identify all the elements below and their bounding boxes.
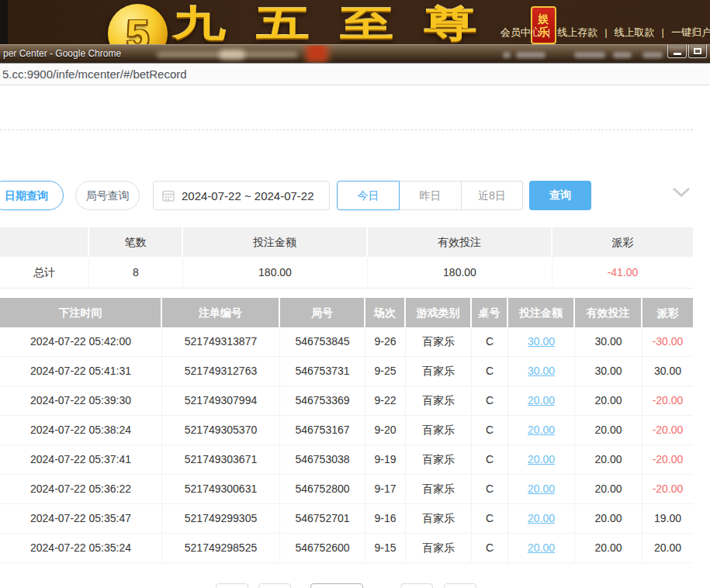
- summary-cell: 180.00: [183, 257, 368, 289]
- table-cell: 20.00: [642, 534, 693, 563]
- date-query-tab[interactable]: 日期查询: [0, 181, 64, 210]
- table-cell: 30.00: [642, 357, 693, 386]
- bet-header-cell: 局号: [280, 298, 365, 327]
- table-cell: 521749312763: [162, 357, 280, 386]
- table-cell: 9-17: [365, 475, 406, 504]
- table-cell: C: [472, 357, 508, 386]
- round-query-tab[interactable]: 局号查询: [75, 181, 140, 210]
- site-title: 九五至尊: [172, 8, 507, 39]
- table-cell: C: [472, 416, 508, 445]
- nav-separator: |: [599, 26, 612, 38]
- nav-separator: |: [656, 26, 670, 38]
- bet-header-cell: 注单编号: [162, 298, 280, 327]
- pagination-jump-input[interactable]: [444, 583, 476, 588]
- blurred-ornament: [219, 50, 245, 60]
- nav-one-click[interactable]: 一键归户: [670, 26, 710, 38]
- pagination-page-button[interactable]: [258, 583, 291, 588]
- table-cell: 2024-07-22 05:39:30: [0, 386, 162, 416]
- nav-deposit[interactable]: 线上存款: [556, 26, 599, 38]
- summary-header-cell: 笔数: [89, 227, 183, 257]
- table-cell: 百家乐: [406, 475, 472, 504]
- blurred-badge: [307, 44, 327, 62]
- bet-records-table: 下注时间 注单编号 局号 场次 游戏类别 桌号 投注金额 有效投注 派彩 202…: [0, 298, 693, 563]
- address-bar[interactable]: 5.cc:9900/infe/mcenter/#/betRecord: [0, 63, 710, 85]
- bet-amount-link[interactable]: 20.00: [508, 416, 575, 445]
- summary-header-row: 笔数 投注金额 有效投注 派彩: [0, 227, 693, 257]
- table-cell: 2024-07-22 05:41:31: [0, 357, 162, 386]
- table-cell: 2024-07-22 05:35:47: [0, 504, 162, 534]
- summary-table: 笔数 投注金额 有效投注 派彩 总计 8 180.00 180.00 -41.0…: [0, 227, 693, 289]
- table-cell: 521749303671: [162, 445, 280, 475]
- table-cell: 2024-07-22 05:38:24: [0, 416, 162, 445]
- table-cell: 9-20: [365, 416, 406, 445]
- window-titlebar[interactable]: per Center - Google Chrome: [0, 44, 710, 63]
- table-cell: C: [472, 504, 508, 534]
- bet-amount-link[interactable]: 20.00: [508, 475, 575, 504]
- table-cell: 521749313877: [162, 327, 280, 357]
- bet-header-cell: 投注金额: [508, 298, 575, 327]
- top-nav: 会员中心|线上存款|线上取款|一键归户: [499, 26, 710, 40]
- table-cell: C: [472, 445, 508, 475]
- bet-header-cell: 派彩: [642, 298, 693, 327]
- yesterday-button[interactable]: 昨日: [400, 181, 462, 210]
- table-cell: 521749298525: [162, 534, 280, 563]
- bet-amount-link[interactable]: 20.00: [508, 386, 575, 416]
- table-cell: -20.00: [642, 386, 693, 416]
- bet-amount-link[interactable]: 30.00: [508, 357, 575, 386]
- table-cell: 20.00: [575, 386, 642, 416]
- minimize-button[interactable]: [667, 45, 687, 58]
- table-cell: 2024-07-22 05:42:00: [0, 327, 162, 357]
- window-title: per Center - Google Chrome: [3, 48, 121, 59]
- table-cell: 546753038: [280, 445, 365, 475]
- maximize-icon: [694, 48, 701, 54]
- minimize-icon: [674, 53, 681, 55]
- quick-date-group: 今日 昨日 近8日: [337, 181, 523, 210]
- table-cell: 2024-07-22 05:35:24: [0, 534, 162, 563]
- calendar-icon: [162, 189, 175, 202]
- table-cell: 546753845: [280, 327, 365, 357]
- bet-amount-link[interactable]: 30.00: [508, 327, 575, 357]
- table-cell: C: [472, 327, 508, 357]
- table-row: 2024-07-22 05:35:47521749299305546752701…: [0, 504, 693, 534]
- blurred-text: [503, 52, 511, 58]
- near8days-button[interactable]: 近8日: [462, 181, 523, 210]
- table-cell: 9-16: [365, 504, 406, 534]
- table-cell: 521749299305: [162, 504, 280, 534]
- table-cell: 9-22: [365, 386, 406, 416]
- table-cell: 百家乐: [406, 504, 472, 534]
- nav-member-center[interactable]: 会员中心: [499, 26, 542, 38]
- table-cell: 百家乐: [406, 445, 472, 475]
- summary-header-cell: 投注金额: [183, 227, 368, 257]
- date-range-input[interactable]: 2024-07-22 ~ 2024-07-22: [153, 181, 330, 210]
- bet-header-row: 下注时间 注单编号 局号 场次 游戏类别 桌号 投注金额 有效投注 派彩: [0, 298, 693, 327]
- summary-header-cell: 派彩: [552, 227, 693, 257]
- bet-amount-link[interactable]: 20.00: [508, 534, 575, 563]
- table-cell: -20.00: [642, 445, 693, 475]
- maximize-button[interactable]: [688, 45, 707, 58]
- table-cell: 9-25: [365, 357, 406, 386]
- site-header: 5 九五至尊 娱 乐 会员中心|线上存款|线上取款|一键归户: [0, 0, 710, 44]
- today-button[interactable]: 今日: [337, 181, 400, 210]
- summary-cell: 总计: [0, 257, 89, 289]
- nav-withdraw[interactable]: 线上取款: [613, 26, 656, 38]
- pagination-size-select[interactable]: [310, 583, 363, 588]
- bet-amount-link[interactable]: 20.00: [508, 504, 575, 534]
- table-cell: 521749300631: [162, 475, 280, 504]
- summary-header-cell: 有效投注: [368, 227, 552, 257]
- table-cell: 百家乐: [406, 534, 472, 563]
- table-cell: 521749305370: [162, 416, 280, 445]
- filter-bar: 日期查询 局号查询 2024-07-22 ~ 2024-07-22 今日 昨日 …: [0, 181, 710, 210]
- summary-cell payout: -41.00: [552, 257, 693, 289]
- table-cell: 百家乐: [406, 386, 472, 416]
- bet-amount-link[interactable]: 20.00: [508, 445, 575, 475]
- table-row: 2024-07-22 05:38:24521749305370546753167…: [0, 416, 693, 445]
- table-row: 2024-07-22 05:35:24521749298525546752600…: [0, 534, 693, 563]
- table-row: 2024-07-22 05:39:30521749307994546753369…: [0, 386, 693, 416]
- pagination-next-button[interactable]: [400, 583, 433, 588]
- table-cell: -30.00: [642, 327, 693, 357]
- table-row: 2024-07-22 05:41:31521749312763546753731…: [0, 357, 693, 386]
- pagination-prev-button[interactable]: [216, 583, 248, 588]
- table-cell: 546752800: [280, 475, 365, 504]
- table-cell: 9-26: [365, 327, 406, 357]
- search-button[interactable]: 查询: [529, 181, 591, 210]
